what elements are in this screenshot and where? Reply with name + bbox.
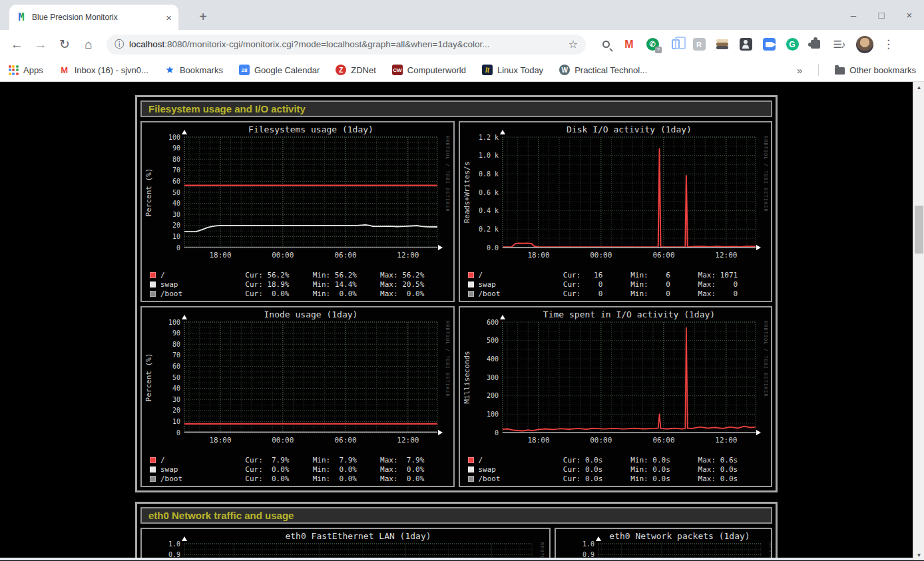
bookmarks-overflow-chevron[interactable]: » — [797, 65, 802, 76]
bookmark-star-icon[interactable]: ☆ — [569, 38, 578, 51]
book-stack-extension-icon[interactable] — [716, 38, 729, 51]
linux-today-icon: lt — [482, 65, 493, 75]
bookmark-bookmarks[interactable]: ★ Bookmarks — [164, 65, 223, 75]
other-bookmarks[interactable]: Other bookmarks — [835, 65, 916, 75]
svg-text:06:00: 06:00 — [652, 436, 674, 445]
forward-button[interactable]: → — [31, 35, 51, 55]
legend-value: Cur: 0.0% — [245, 289, 312, 298]
chart-disk-io-activity[interactable]: Disk I/O activity (1day)Reads+Writes/s0.… — [459, 121, 773, 302]
legend-swatch — [150, 272, 156, 278]
graph-legend: /Cur: 16Min: 6Max: 1071swapCur: 0Min: 0M… — [468, 270, 766, 298]
scrollbar-thumb[interactable] — [915, 206, 923, 254]
svg-text:300: 300 — [486, 374, 498, 381]
svg-text:90: 90 — [172, 329, 180, 337]
copy-pages-extension-icon[interactable] — [669, 38, 682, 51]
menu-kebab-icon[interactable]: ⋮ — [883, 37, 894, 51]
legend-value: Min: 56.2% — [313, 271, 380, 280]
svg-text:20: 20 — [172, 222, 180, 229]
puzzle-extensions-icon[interactable] — [809, 38, 822, 51]
scrollbar-up-arrow-icon[interactable]: ▲ — [913, 82, 924, 93]
browser-toolbar: ← → ↻ ⌂ ⓘ localhost:8080/monitorix-cgi/m… — [0, 30, 924, 59]
bookmark-computerworld[interactable]: CW Computerworld — [392, 65, 466, 75]
graph-image: eth0 FastEthernet LAN (1day)Bytes/s0.00.… — [143, 530, 545, 560]
svg-text:10: 10 — [172, 233, 180, 240]
svg-text:RRDTOOL / TOBI OETIKER: RRDTOOL / TOBI OETIKER — [445, 136, 450, 212]
profile-avatar[interactable] — [856, 36, 873, 53]
svg-text:18:00: 18:00 — [527, 251, 549, 260]
back-button[interactable]: ← — [7, 35, 27, 55]
svg-text:Reads+Writes/s: Reads+Writes/s — [463, 162, 471, 224]
close-button[interactable]: × — [904, 9, 915, 21]
scrollbar-down-arrow-icon[interactable]: ▼ — [913, 550, 924, 560]
legend-value: Cur: 0 — [563, 289, 630, 298]
new-tab-button[interactable]: + — [194, 8, 212, 25]
monitorix-favicon: M — [16, 12, 27, 23]
legend-series-name: / — [479, 271, 563, 280]
tab-close-icon[interactable]: × — [166, 12, 172, 23]
legend-series-name: /boot — [479, 289, 563, 298]
chart-time-spent-io[interactable]: Time spent in I/O activity (1day)Millise… — [459, 306, 773, 487]
video-camera-extension-icon[interactable] — [762, 38, 776, 51]
svg-text:600: 600 — [486, 319, 498, 326]
svg-text:Milliseconds: Milliseconds — [463, 351, 471, 403]
legend-value: Max: 1071 — [698, 271, 766, 280]
legend-series-name: swap — [160, 280, 245, 289]
legend-swatch — [468, 476, 474, 482]
legend-value: Max: 56.2% — [380, 271, 447, 280]
tab-title: Blue Precision Monitorix — [32, 13, 160, 22]
site-info-icon[interactable]: ⓘ — [115, 39, 124, 51]
legend-series-name: / — [160, 456, 245, 465]
legend-row: /bootCur: 0Min: 0Max: 0 — [468, 289, 766, 298]
person-badge-extension-icon[interactable] — [739, 38, 752, 51]
voice-extension-icon[interactable]: ✆ ? — [646, 38, 659, 51]
gmail-extension-icon[interactable]: M — [622, 38, 636, 51]
letter-r-extension-icon[interactable]: R — [692, 38, 706, 51]
legend-swatch — [150, 291, 156, 297]
folder-icon — [835, 67, 845, 75]
legend-value: Max: 0.0% — [380, 289, 447, 298]
chart-inode-usage[interactable]: Inode usage (1day)Percent (%)01020304050… — [140, 306, 455, 487]
svg-text:12:00: 12:00 — [715, 436, 737, 445]
svg-text:18:00: 18:00 — [527, 436, 549, 445]
search-extension-icon[interactable] — [599, 38, 612, 51]
svg-text:00:00: 00:00 — [272, 436, 294, 445]
filesystem-panel-grid: Filesystems usage (1day)Percent (%)01020… — [140, 121, 772, 487]
svg-text:20: 20 — [172, 407, 180, 414]
url-text[interactable]: localhost:8080/monitorix-cgi/monitorix.c… — [129, 39, 563, 49]
section-title-filesystem: Filesystem usage and I/O activity — [140, 100, 772, 117]
maximize-button[interactable]: □ — [876, 9, 887, 21]
bookmark-google-calendar[interactable]: 28 Google Calendar — [239, 65, 320, 75]
legend-series-name: /boot — [160, 474, 245, 483]
page-scrollbar[interactable]: ▲ ▼ — [913, 82, 924, 560]
bookmark-zdnet[interactable]: Z ZDNet — [336, 65, 376, 75]
legend-swatch — [468, 291, 474, 297]
chart-filesystems-usage[interactable]: Filesystems usage (1day)Percent (%)01020… — [140, 121, 455, 302]
home-button[interactable]: ⌂ — [79, 35, 99, 55]
legend-row: /Cur: 7.9%Min: 7.9%Max: 7.9% — [150, 455, 448, 465]
svg-text:0.4 k: 0.4 k — [478, 207, 498, 214]
svg-text:Percent (%): Percent (%) — [144, 168, 153, 217]
playlist-icon[interactable]: ☰♪ — [832, 38, 845, 51]
bookmark-inbox[interactable]: M Inbox (16) - sjvn0... — [59, 65, 148, 75]
svg-text:06:00: 06:00 — [334, 251, 356, 260]
address-bar[interactable]: ⓘ localhost:8080/monitorix-cgi/monitorix… — [107, 35, 586, 55]
legend-swatch — [150, 281, 156, 287]
graph-image: Inode usage (1day)Percent (%)01020304050… — [143, 309, 451, 451]
chart-eth0-packets[interactable]: eth0 Network packets (1day)Packets/s0.00… — [555, 528, 772, 560]
minimize-button[interactable]: – — [848, 9, 859, 21]
svg-text:500: 500 — [486, 337, 498, 344]
chart-eth0-lan[interactable]: eth0 FastEthernet LAN (1day)Bytes/s0.00.… — [140, 528, 551, 560]
bottom-edge-strip — [0, 558, 913, 560]
grammarly-extension-icon[interactable]: G — [786, 38, 799, 51]
wordpress-icon: W — [559, 65, 570, 75]
bookmark-apps[interactable]: Apps — [8, 65, 43, 75]
svg-text:40: 40 — [172, 200, 180, 207]
bookmark-linux-today[interactable]: lt Linux Today — [482, 65, 543, 75]
reload-button[interactable]: ↻ — [55, 35, 75, 55]
legend-value: Min: 0.0s — [630, 474, 698, 483]
svg-text:60: 60 — [172, 178, 180, 185]
legend-series-name: swap — [479, 280, 563, 289]
browser-tab[interactable]: M Blue Precision Monitorix × — [9, 5, 178, 30]
legend-value: Min: 14.4% — [313, 280, 380, 289]
bookmark-practical-technology[interactable]: W Practical Technol... — [559, 65, 647, 75]
